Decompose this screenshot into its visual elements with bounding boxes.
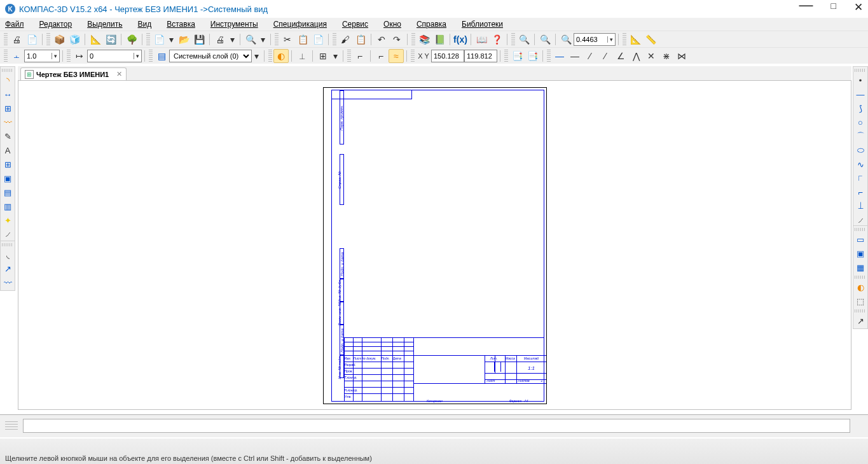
zoom-out-button[interactable]: 🔍 — [537, 32, 553, 46]
line1-icon[interactable]: — — [552, 49, 567, 63]
rebuild-button[interactable]: 🔄 — [103, 32, 118, 46]
grip[interactable] — [149, 50, 153, 62]
cut-button[interactable]: ✂ — [280, 32, 295, 46]
grip[interactable] — [333, 33, 336, 46]
grid-button[interactable]: ⊞ — [315, 49, 331, 63]
zoom-in-button[interactable]: 🔍 — [516, 32, 532, 46]
paint-icon[interactable]: ◐ — [854, 281, 867, 293]
grip[interactable] — [347, 50, 351, 62]
explode-button[interactable]: 📐 — [88, 32, 103, 46]
grip[interactable] — [2, 243, 13, 246]
chevron-down-icon[interactable]: ▾ — [134, 53, 141, 59]
chevron-down-icon[interactable]: ▾ — [607, 36, 615, 43]
print-button[interactable]: 🖨 — [9, 32, 24, 46]
grip[interactable] — [46, 33, 50, 46]
coord-x-input[interactable] — [431, 50, 464, 62]
tree-button[interactable]: 🌳 — [124, 32, 139, 46]
units-button[interactable]: 📏 — [643, 32, 658, 46]
vec-icon[interactable]: ↗ — [854, 314, 867, 327]
line6-icon[interactable]: ⋀ — [628, 49, 644, 63]
menu-insert[interactable]: Вставка — [167, 20, 203, 29]
title-block[interactable]: Изм. Лист № докум. Подп. Дата Разраб. Пр… — [332, 337, 544, 401]
line2-icon[interactable]: — — [567, 49, 582, 63]
drawing-canvas[interactable]: Перв. примен. Справ. № Подп. и дата Инв.… — [18, 80, 851, 410]
drawing-prefs-button[interactable]: 📐 — [628, 32, 643, 46]
menu-service[interactable]: Сервис — [342, 20, 376, 29]
new-dropdown[interactable]: ▾ — [167, 32, 176, 46]
grip[interactable] — [4, 33, 8, 46]
line3-icon[interactable]: ⁄ — [582, 49, 598, 63]
help-button[interactable]: 📖 — [474, 32, 489, 46]
ortho1-button[interactable]: ⌐ — [352, 49, 368, 63]
grip[interactable] — [268, 50, 272, 62]
grip[interactable] — [855, 276, 866, 279]
menu-window[interactable]: Окно — [383, 20, 409, 29]
paste-button[interactable]: 📄 — [310, 32, 326, 46]
arc-icon[interactable]: ⟆ — [854, 102, 867, 115]
zoom-input[interactable] — [574, 34, 607, 45]
assembly-button[interactable]: 🧊 — [67, 32, 82, 46]
minimize-button[interactable]: — — [799, 0, 813, 13]
ellipse-icon[interactable]: ⬭ — [854, 144, 867, 157]
zoom-value[interactable]: ▾ — [574, 33, 616, 46]
print2-button[interactable]: 🖨 — [212, 32, 228, 46]
brush-button[interactable]: 🖌 — [338, 32, 353, 46]
grip[interactable] — [623, 33, 626, 46]
grip[interactable] — [275, 33, 279, 46]
tab-close-button[interactable]: ✕ — [116, 70, 122, 78]
layer-select[interactable]: Системный слой (0) — [169, 50, 252, 62]
ortho2-button[interactable]: ⌐ — [373, 49, 389, 63]
menu-tools[interactable]: Инструменты — [210, 20, 266, 29]
line5-icon[interactable]: ∠ — [613, 49, 628, 63]
step-icon[interactable]: ↦ — [72, 49, 87, 63]
menu-help[interactable]: Справка — [417, 20, 454, 29]
document-tab[interactable]: ⊞ Чертеж БЕЗ ИМЕНИ1 ✕ — [20, 67, 127, 80]
layer-dd[interactable]: ▾ — [252, 49, 261, 63]
part-button[interactable]: 📦 — [52, 32, 67, 46]
wave-icon[interactable]: 〰 — [1, 276, 14, 289]
step-dd[interactable]: ▾ — [87, 50, 142, 62]
docs-button[interactable]: 📑 — [509, 49, 525, 63]
grip[interactable] — [547, 50, 551, 62]
layers-button[interactable]: ▤ — [154, 49, 169, 63]
form-icon[interactable]: ▣ — [1, 172, 14, 185]
line9-icon[interactable]: ⋈ — [674, 49, 689, 63]
menu-file[interactable]: Файл — [5, 20, 32, 29]
grip[interactable] — [511, 33, 515, 46]
menu-select[interactable]: Выделить — [87, 20, 130, 29]
menu-edit[interactable]: Редактор — [39, 20, 80, 29]
group-icon[interactable]: ▣ — [854, 247, 867, 260]
point-icon[interactable]: • — [854, 74, 867, 87]
arrow-icon[interactable]: ↗ — [1, 262, 14, 275]
measure-icon[interactable]: ⟋ — [1, 228, 14, 241]
catalog-button[interactable]: 📗 — [432, 32, 447, 46]
grip[interactable] — [855, 309, 866, 313]
command-input[interactable] — [23, 419, 850, 433]
zoom-fit-button[interactable]: 🔍 — [558, 32, 574, 46]
redo-button[interactable]: ↷ — [389, 32, 404, 46]
line8-icon[interactable]: ⋇ — [659, 49, 674, 63]
grip[interactable] — [4, 50, 8, 62]
hatch-icon[interactable]: ⊞ — [1, 102, 14, 115]
print-preview-button[interactable]: 📄 — [24, 32, 39, 46]
grip[interactable] — [411, 33, 415, 46]
docs2-button[interactable]: 📑 — [525, 49, 540, 63]
grip[interactable] — [67, 50, 71, 62]
text-icon[interactable]: ✎ — [1, 130, 14, 143]
curve-icon[interactable]: ◟ — [1, 248, 14, 261]
props-button[interactable]: 📋 — [353, 32, 368, 46]
copy-button[interactable]: 📋 — [295, 32, 310, 46]
bezier-icon[interactable]: ⟌ — [854, 172, 867, 185]
doc2-icon[interactable]: ▥ — [1, 200, 14, 213]
select-icon[interactable]: ⬚ — [854, 295, 867, 307]
snap-button[interactable]: ⫠ — [9, 49, 24, 63]
close-button[interactable]: ✕ — [854, 1, 863, 17]
chevron-down-icon[interactable]: ▾ — [52, 53, 59, 59]
grip[interactable] — [2, 69, 13, 72]
designation-icon[interactable]: 〰 — [1, 116, 14, 129]
chamfer-icon[interactable]: ⌐ — [854, 186, 867, 199]
fill-icon[interactable]: ▦ — [854, 261, 867, 274]
arc2-icon[interactable]: ⌒ — [854, 130, 867, 143]
doc-icon[interactable]: ▤ — [1, 186, 14, 199]
color-toggle-button[interactable]: ◐ — [273, 49, 289, 63]
